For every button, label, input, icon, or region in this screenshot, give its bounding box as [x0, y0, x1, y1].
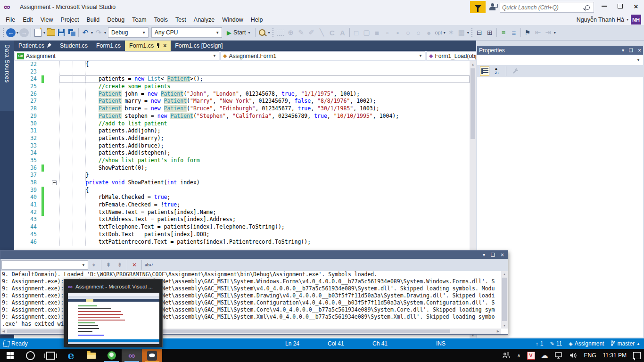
- scroll-down-icon[interactable]: ▼: [501, 322, 508, 329]
- project-dropdown[interactable]: C# Assignment ▼: [15, 51, 219, 60]
- visual-studio-button[interactable]: ∞: [122, 349, 142, 362]
- close-button[interactable]: ×: [629, 0, 643, 12]
- word-wrap-icon[interactable]: ab↵: [144, 260, 154, 270]
- pin-group-icon[interactable]: ⊟: [475, 27, 484, 38]
- save-icon[interactable]: [57, 27, 66, 38]
- people-icon[interactable]: [499, 349, 513, 362]
- code-line-22[interactable]: 22 {: [14, 61, 470, 68]
- menu-project[interactable]: Project: [57, 15, 83, 25]
- categorized-icon[interactable]: [480, 66, 489, 76]
- scrollbar-thumb[interactable]: [502, 278, 507, 321]
- menu-window[interactable]: Window: [218, 15, 247, 25]
- code-line-40[interactable]: 40 rbMale.Checked = true;: [14, 194, 470, 201]
- menu-team[interactable]: Team: [128, 15, 150, 25]
- code-line-34[interactable]: 34 patients.Add(stephen);: [14, 149, 470, 157]
- tab-form1-cs-3[interactable]: Form1.cs×: [125, 41, 171, 51]
- menu-debug[interactable]: Debug: [103, 15, 128, 25]
- tab-patient-cs-0[interactable]: Patient.cs: [14, 41, 56, 51]
- indent-decrease-icon[interactable]: ≡: [499, 27, 508, 38]
- repository-indicator[interactable]: ◈ Assignment: [569, 340, 604, 347]
- close-icon[interactable]: ×: [638, 47, 641, 54]
- undo-icon[interactable]: ↶: [81, 27, 90, 38]
- collapse-region-icon[interactable]: [52, 181, 57, 185]
- pin-icon[interactable]: [156, 43, 161, 48]
- toolbar-grip[interactable]: [272, 28, 274, 37]
- code-line-43[interactable]: 43 txtAddress.Text = patients[index].Add…: [14, 216, 470, 223]
- minimize-button[interactable]: [597, 0, 611, 12]
- code-line-27[interactable]: 27 Patient marry = new Patient("Marry", …: [14, 98, 470, 105]
- chevron-up-icon[interactable]: ∧: [513, 349, 524, 362]
- code-line-32[interactable]: 32 patients.Add(marry);: [14, 135, 470, 142]
- dropdown-caret-icon[interactable]: ▾: [17, 31, 18, 35]
- network-icon[interactable]: [552, 349, 566, 362]
- dropdown-caret-icon[interactable]: ▾: [467, 31, 469, 35]
- start-debug-button[interactable]: ▶Start▾: [224, 27, 253, 38]
- save-all-icon[interactable]: [67, 27, 76, 38]
- show-output-from-dropdown[interactable]: ▼: [1, 260, 88, 270]
- quick-launch-search[interactable]: [500, 2, 594, 13]
- menu-help[interactable]: Help: [247, 15, 267, 25]
- clock[interactable]: 11:31 PM: [600, 349, 630, 362]
- solution-platforms-dropdown[interactable]: Any CPU▼: [151, 27, 222, 38]
- dropdown-caret-icon[interactable]: ▾: [43, 31, 45, 35]
- code-line-28[interactable]: 28 Patient bruce = new Patient("Bruce", …: [14, 105, 470, 113]
- action-center-icon[interactable]: [630, 349, 644, 362]
- dropdown-caret-icon[interactable]: ▾: [91, 31, 93, 35]
- properties-object-dropdown[interactable]: ▼: [477, 55, 643, 66]
- quick-launch-input[interactable]: [500, 4, 585, 11]
- dropdown-caret-icon[interactable]: ▾: [444, 31, 446, 35]
- window-position-icon[interactable]: ▾: [483, 253, 485, 257]
- solution-configurations-dropdown[interactable]: Debug▼: [108, 27, 149, 38]
- notifications-filter-icon[interactable]: [470, 1, 486, 13]
- restore-button[interactable]: [613, 0, 627, 12]
- language-indicator[interactable]: ENG: [581, 349, 600, 362]
- close-icon[interactable]: ×: [501, 252, 504, 258]
- dropdown-caret-icon[interactable]: ▾: [268, 31, 270, 35]
- code-line-24[interactable]: 24 patients = new List< Patient>();: [14, 75, 470, 83]
- code-line-30[interactable]: 30 //add to list patient: [14, 120, 470, 128]
- window-position-icon[interactable]: ▾: [622, 48, 624, 53]
- scroll-up-icon[interactable]: ▲: [470, 61, 476, 67]
- thumbnail-screenshot[interactable]: [68, 293, 159, 344]
- alphabetical-sort-icon[interactable]: AZ↓: [492, 66, 502, 76]
- output-title-bar[interactable]: ▾ ❑ ×: [0, 251, 508, 259]
- menu-analyze[interactable]: Analyze: [190, 15, 218, 25]
- scroll-up-icon[interactable]: ▲: [501, 271, 508, 277]
- menu-tools[interactable]: Tools: [150, 15, 172, 25]
- indent-increase-icon[interactable]: ≡: [509, 27, 519, 38]
- tab-form1-cs-2[interactable]: Form1.cs: [92, 41, 125, 51]
- code-line-23[interactable]: 23: [14, 68, 470, 76]
- data-sources-tab[interactable]: Data Sources: [0, 41, 14, 111]
- maximize-icon[interactable]: ❑: [491, 253, 495, 257]
- menu-view[interactable]: View: [37, 15, 57, 25]
- menu-file[interactable]: File: [2, 15, 19, 25]
- unikey-icon[interactable]: V: [527, 352, 535, 360]
- find-in-files-icon[interactable]: [257, 27, 267, 38]
- code-line-26[interactable]: 26 Patient john = new Patient("John", "L…: [14, 90, 470, 98]
- coccoc-browser-button[interactable]: [101, 349, 122, 362]
- code-line-39[interactable]: 39 {: [14, 187, 470, 194]
- dropdown-caret-icon[interactable]: ▾: [104, 31, 106, 35]
- branch-indicator[interactable]: master ▲: [611, 340, 640, 347]
- feedback-person-icon[interactable]: [489, 3, 498, 11]
- tab-group-icon[interactable]: ⊞: [485, 27, 495, 38]
- code-line-45[interactable]: 45 txtDob.Text = patients[index].DOB;: [14, 231, 470, 239]
- menu-edit[interactable]: Edit: [19, 15, 37, 25]
- dropdown-caret-icon[interactable]: ▾: [554, 31, 556, 35]
- output-vertical-scrollbar[interactable]: ▲ ▼: [501, 271, 508, 329]
- code-line-46[interactable]: 46 txtPatientrecord.Text = patients[inde…: [14, 239, 470, 246]
- pin-icon[interactable]: [46, 42, 52, 49]
- code-line-38[interactable]: 38 private void ShowPatient(int index): [14, 179, 470, 187]
- new-file-icon[interactable]: [33, 27, 42, 38]
- discord-button[interactable]: [142, 349, 162, 362]
- maximize-icon[interactable]: ❑: [629, 48, 633, 53]
- scroll-right-icon[interactable]: ▶: [495, 329, 501, 334]
- scrollbar-thumb[interactable]: [471, 68, 475, 139]
- scroll-left-icon[interactable]: ◀: [0, 329, 7, 334]
- close-icon[interactable]: ×: [163, 42, 166, 49]
- code-line-36[interactable]: 36 ShowPatient(0);: [14, 165, 470, 172]
- code-line-41[interactable]: 41 rbFemale.Checked = !true;: [14, 201, 470, 209]
- task-view-button[interactable]: [41, 349, 61, 362]
- code-line-31[interactable]: 31 patients.Add(john);: [14, 127, 470, 135]
- clear-all-icon[interactable]: ✕: [129, 260, 140, 270]
